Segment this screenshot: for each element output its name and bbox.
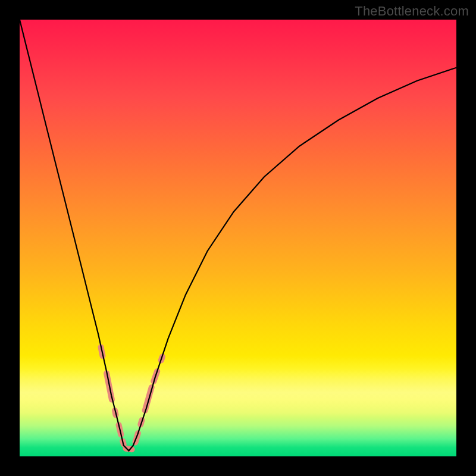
curve-marker <box>145 387 152 411</box>
watermark-text: TheBottleneck.com <box>355 4 469 19</box>
chart-svg <box>20 20 456 456</box>
bottleneck-curve <box>20 20 456 451</box>
chart-frame: TheBottleneck.com <box>0 0 476 476</box>
plot-area <box>20 20 456 456</box>
marker-group <box>101 347 163 450</box>
